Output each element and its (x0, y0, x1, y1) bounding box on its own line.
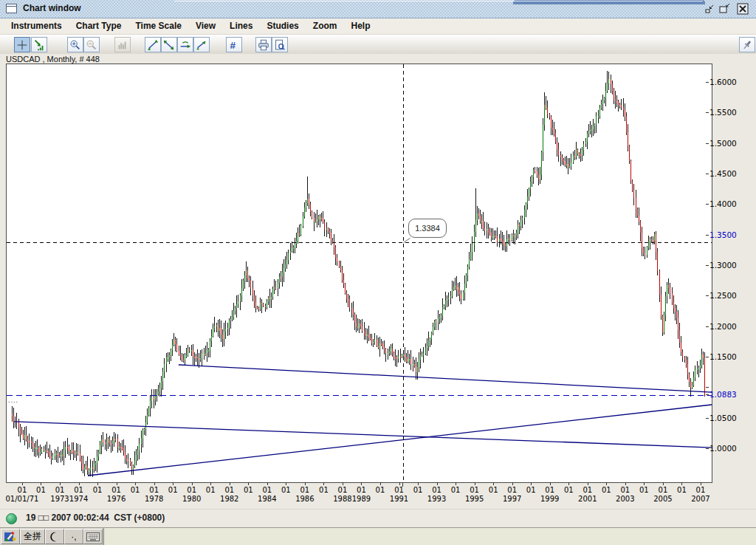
x-axis-month-label: 01 (281, 486, 291, 494)
x-axis-month-label: 01 (55, 486, 65, 494)
ime-punct-button[interactable]: ·, (64, 529, 83, 544)
x-axis-year-label: 1974 (69, 495, 88, 503)
x-axis-month-label: 01 (489, 486, 498, 494)
pin-button[interactable] (739, 37, 755, 52)
menu-item-instruments[interactable]: Instruments (6, 19, 67, 33)
x-axis-tick (418, 482, 419, 485)
zoom-in-button[interactable] (67, 37, 83, 52)
x-axis-year-label: 1989 (352, 495, 371, 503)
x-axis-month-label: 01 (432, 486, 441, 494)
close-button[interactable] (737, 3, 749, 15)
scroll-to-latest-button[interactable] (31, 37, 47, 52)
x-axis-tick (135, 482, 136, 485)
trendline-down-button[interactable] (161, 37, 177, 52)
ime-keyboard-button[interactable] (83, 529, 103, 544)
x-axis-tick (210, 482, 211, 485)
x-axis-tick (192, 482, 193, 485)
y-axis-tick (706, 357, 709, 357)
chart-window: Chart window InstrumentsChart TypeTime S… (0, 0, 756, 545)
x-axis-year-label: 1984 (258, 495, 276, 503)
y-axis-label: 1.4000 (709, 199, 737, 208)
horizontal-line-button[interactable] (177, 37, 193, 52)
x-axis-tick (512, 482, 513, 485)
x-axis-tick (437, 482, 438, 485)
menu-item-chart-type[interactable]: Chart Type (71, 19, 127, 33)
x-axis-tick (286, 482, 286, 485)
x-axis-month-label: 01 (659, 486, 668, 494)
x-axis-month-label: 01 (206, 486, 216, 494)
x-axis-month-label: 01 (36, 486, 46, 494)
y-axis-label: 1.2500 (709, 291, 737, 300)
ime-logo-button[interactable] (1, 529, 20, 544)
trendline-up-button[interactable] (145, 37, 161, 52)
x-axis-month-label: 01 (131, 486, 140, 494)
x-axis-month-label: 01 (507, 486, 517, 494)
x-axis-tick (79, 482, 80, 485)
window-icon (6, 4, 17, 13)
toolbar (0, 35, 756, 55)
x-axis-tick (625, 482, 626, 485)
plot-region[interactable]: 1.3384 .... (6, 64, 712, 483)
ime-pinyin-button[interactable]: 全拼 (20, 529, 45, 544)
menu-item-lines[interactable]: Lines (224, 19, 258, 33)
menu-item-zoom[interactable]: Zoom (308, 19, 343, 33)
x-axis-month-label: 01 (583, 486, 592, 494)
y-axis-tick (706, 82, 709, 83)
y-axis-tick (706, 326, 709, 327)
restore-button[interactable] (718, 3, 731, 15)
x-axis-month-label: 01 (470, 486, 479, 494)
x-axis-year-label: 1988 (333, 495, 351, 503)
ime-logo-icon (4, 531, 17, 543)
y-axis-label: 1.6000 (709, 78, 737, 86)
x-axis-tick (380, 482, 381, 485)
trendline-up-icon (146, 38, 159, 52)
horizontal-line-icon (179, 38, 192, 52)
crosshair-icon (16, 38, 29, 52)
x-axis-tick (305, 482, 306, 485)
print-button[interactable] (255, 37, 272, 52)
menu-item-time-scale[interactable]: Time Scale (130, 19, 186, 33)
ray-line-button[interactable] (193, 37, 210, 52)
y-axis-label: 1.1500 (709, 352, 737, 361)
x-axis-year-label: 1997 (503, 495, 521, 503)
x-axis-year-label: 1993 (427, 495, 446, 503)
menu-bar: InstrumentsChart TypeTime ScaleViewLines… (0, 18, 756, 35)
menu-item-studies[interactable]: Studies (261, 19, 303, 33)
x-axis-tick (97, 482, 98, 485)
x-axis-month-label: 01 (300, 486, 309, 494)
x-axis-tick (41, 482, 41, 485)
y-axis-label: 1.3500 (709, 230, 737, 239)
x-axis-year-label: 1980 (182, 495, 201, 503)
title-bar[interactable]: Chart window (0, 0, 756, 18)
x-axis-tick (550, 482, 551, 485)
crosshair-price-callout: 1.3384 (408, 219, 447, 238)
volume-histogram-button[interactable] (114, 37, 131, 52)
trendline-down-icon (162, 38, 176, 52)
ime-fullhalf-button[interactable] (45, 529, 64, 544)
x-axis-year-label: 1991 (390, 495, 408, 503)
y-axis-tick (706, 265, 709, 266)
status-datetime: 19 □□ 2007 00:02:44 CST (+0800) (26, 513, 165, 523)
x-axis-month-label: 01 (620, 486, 630, 494)
y-axis-tick (706, 143, 709, 144)
minimize-button[interactable] (704, 3, 716, 15)
x-axis-month-label: 01 (187, 486, 196, 494)
menu-item-view[interactable]: View (190, 19, 221, 33)
x-axis-tick (117, 482, 117, 485)
crosshair-button[interactable] (14, 37, 30, 52)
x-axis-year-label: 01/01/71 (5, 495, 38, 503)
zoom-out-icon (85, 38, 98, 52)
x-axis-tick (568, 482, 569, 485)
crosshair-axis-tick (402, 482, 403, 487)
grid-button[interactable]: # (226, 37, 242, 52)
x-axis-tick (493, 482, 494, 485)
menu-item-help[interactable]: Help (346, 19, 375, 33)
x-axis-year-label: 1982 (220, 495, 238, 503)
x-axis-month-label: 01 (639, 486, 649, 494)
print-preview-button[interactable] (272, 37, 288, 52)
x-axis-month-label: 01 (18, 486, 27, 494)
zoom-out-button[interactable] (83, 37, 100, 52)
y-axis-label: 1.4500 (709, 169, 737, 178)
x-axis-tick (531, 482, 532, 485)
y-axis-label: 1.5000 (709, 139, 737, 148)
